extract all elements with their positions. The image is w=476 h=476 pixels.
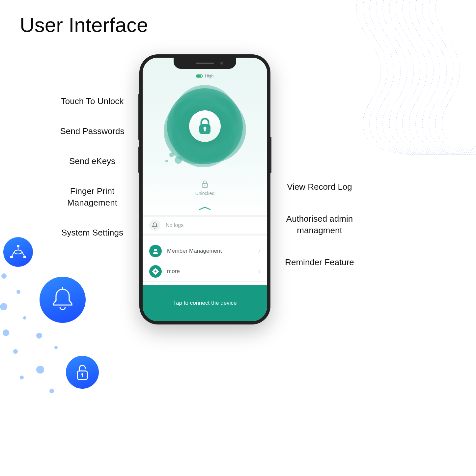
phone-mockup: High [139, 54, 270, 324]
decor-dot [36, 333, 42, 339]
decor-dot [0, 303, 7, 310]
bell-icon [149, 220, 160, 231]
feature-send-passwords: Send Passwords [49, 126, 135, 137]
feature-touch-to-unlock: Touch To Unlock [49, 96, 135, 107]
svg-rect-17 [17, 245, 19, 247]
logs-row[interactable]: No logs [143, 215, 267, 236]
feature-view-record-log: View Record Log [278, 181, 361, 193]
speaker-grille [196, 63, 214, 64]
left-feature-list: Touch To Unlock Send Passwords Send eKey… [49, 96, 135, 257]
decor-dot [16, 290, 20, 294]
list-item-more[interactable]: more › [143, 261, 267, 282]
logs-text: No logs [166, 222, 183, 228]
list-item-label: Member Management [167, 248, 258, 254]
feature-reminder: Reminder Feature [278, 257, 361, 268]
svg-rect-2 [204, 128, 206, 131]
lock-status: Unlocked [143, 180, 267, 196]
svg-line-15 [12, 252, 14, 257]
svg-rect-11 [152, 271, 154, 272]
feature-fingerprint-management: Finger Print Management [49, 185, 135, 209]
phone-notch [174, 58, 236, 69]
front-camera [220, 62, 223, 65]
svg-rect-10 [155, 273, 156, 275]
battery-label: High [205, 73, 214, 78]
svg-point-8 [154, 270, 156, 272]
chevron-up-icon [198, 206, 211, 210]
lock-status-label: Unlocked [195, 191, 214, 196]
svg-rect-19 [23, 256, 26, 258]
gear-icon [149, 265, 162, 278]
svg-rect-18 [10, 256, 13, 258]
bell-icon [40, 277, 86, 323]
network-icon [3, 237, 33, 267]
decor-dot [3, 329, 9, 336]
svg-point-6 [154, 249, 157, 251]
decor-dot [20, 376, 24, 379]
wave-pattern-decor [338, 0, 476, 158]
battery-icon [196, 74, 202, 78]
chevron-right-icon: › [258, 267, 261, 276]
menu-list: Member Management › more › [143, 241, 267, 282]
battery-status: High [143, 73, 267, 78]
svg-rect-5 [205, 185, 205, 186]
chevron-right-icon: › [258, 247, 261, 255]
decor-dot [36, 366, 44, 374]
expand-handle[interactable] [143, 206, 267, 210]
decor-dot [49, 389, 54, 393]
connect-button[interactable]: Tap to connect the device [143, 285, 267, 321]
svg-rect-12 [157, 271, 159, 272]
connect-button-label: Tap to connect the device [173, 300, 237, 306]
svg-line-16 [22, 252, 25, 257]
svg-point-13 [14, 250, 22, 254]
list-item-member-management[interactable]: Member Management › [143, 241, 267, 261]
lock-button[interactable] [162, 83, 248, 169]
person-icon [149, 245, 162, 257]
decor-dot [1, 273, 7, 279]
decor-dot [13, 349, 18, 354]
svg-rect-23 [82, 374, 83, 377]
lock-icon [189, 110, 221, 142]
lock-open-icon [66, 356, 99, 389]
right-feature-list: View Record Log Authorised admin managme… [278, 181, 361, 289]
feature-system-settings: System Settings [49, 227, 135, 238]
lock-open-icon [201, 180, 209, 188]
list-item-label: more [167, 268, 258, 275]
decor-dot [23, 316, 26, 320]
feature-admin-management: Authorised admin managment [278, 213, 361, 236]
page-title: User Interface [20, 13, 148, 37]
svg-rect-9 [155, 268, 156, 269]
phone-screen: High [143, 58, 267, 321]
feature-send-ekeys: Send eKeys [49, 155, 135, 167]
decor-dot [54, 346, 58, 349]
